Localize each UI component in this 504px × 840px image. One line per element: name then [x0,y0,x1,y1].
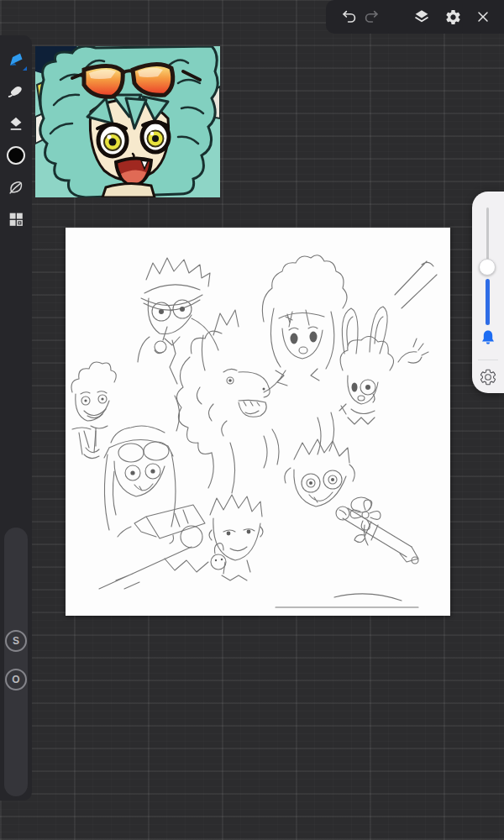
layers-icon [412,8,431,26]
gear-icon [444,8,462,26]
undo-icon [340,8,359,26]
left-tool-dock: S O [0,35,32,801]
size-slider-label: S [13,635,19,647]
eraser-tool-button[interactable] [0,108,32,139]
eraser-icon [7,114,25,133]
layers-button[interactable] [411,6,433,28]
bell-icon [478,328,498,348]
top-toolbar [326,0,504,34]
redo-icon [362,8,381,26]
edge-slider-pill[interactable]: S O [4,528,28,796]
settings-button[interactable] [442,6,464,28]
grid-icon [7,210,25,228]
slider-thumb[interactable] [479,259,496,276]
current-color-swatch [7,146,25,165]
opacity-slider-handle[interactable]: O [5,669,27,690]
app-workspace: S O [0,0,504,840]
slider-track-upper[interactable] [486,207,489,260]
brush-tool-button[interactable] [0,44,32,76]
reference-image-art [35,46,220,197]
redo-button[interactable] [360,6,382,28]
opacity-slider-label: O [12,674,19,685]
close-icon [475,8,491,25]
leaf-effects-tool-button[interactable] [0,171,32,203]
panel-settings-button[interactable] [479,368,497,386]
bell-button[interactable] [478,328,498,348]
close-button[interactable] [472,6,494,28]
size-slider-handle[interactable]: S [5,630,27,652]
panel-divider [478,360,498,360]
undo-button[interactable] [339,6,360,28]
system-side-panel [472,192,504,393]
gallery-grid-button[interactable] [0,203,32,235]
tool-column [0,44,32,235]
color-swatch-button[interactable] [0,139,32,171]
reference-image[interactable] [35,46,220,197]
drawing-canvas[interactable] [66,228,450,616]
smudge-tool-button[interactable] [0,76,32,108]
slider-track-filled[interactable] [486,279,490,325]
canvas-artwork [66,228,450,616]
leaf-icon [7,178,25,197]
gear-outline-icon [479,368,497,386]
brush-submenu-indicator [23,66,27,71]
smudge-icon [7,82,25,101]
